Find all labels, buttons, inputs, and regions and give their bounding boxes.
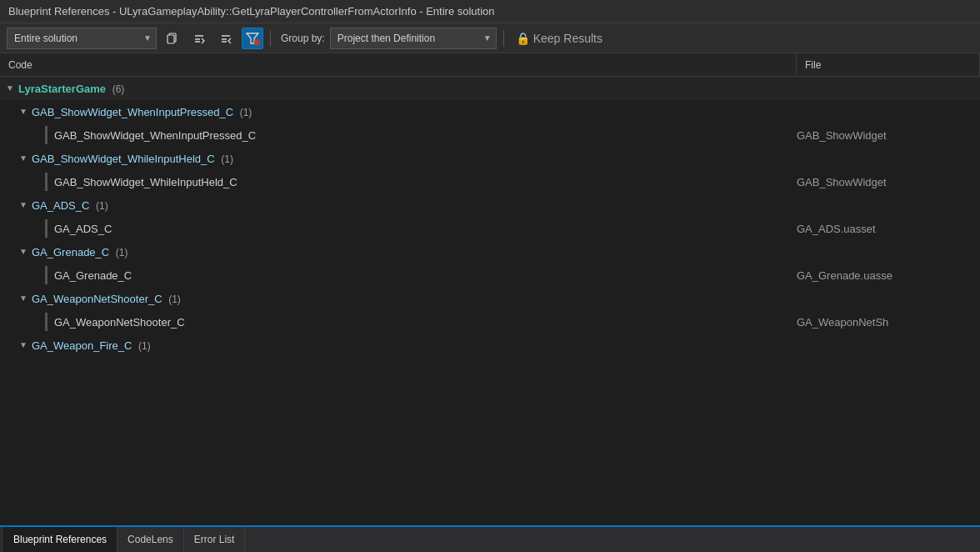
parent-row-ga-ads[interactable]: ▼ GA_ADS_C (1) — [0, 193, 980, 217]
child-row-ga-weaponnetshouter[interactable]: GA_WeaponNetShooter_C GA_WeaponNetSh — [0, 310, 980, 334]
child-name-ga-grenade: GA_Grenade_C — [54, 269, 797, 282]
group-by-dropdown[interactable]: Project then Definition Definition Proje… — [330, 28, 497, 49]
expand-triangle-gab-whileinputheld: ▼ — [17, 152, 30, 165]
parent-name-ga-ads: GA_ADS_C (1) — [32, 199, 797, 212]
child-row-gab-showwidget-wheninputpressed[interactable]: GAB_ShowWidget_WhenInputPressed_C GAB_Sh… — [0, 123, 980, 147]
parent-name-gab-wheninputpressed: GAB_ShowWidget_WhenInputPressed_C (1) — [32, 106, 797, 118]
col-header-file: File — [797, 53, 980, 76]
toolbar-separator — [270, 30, 271, 47]
parent-name-ga-weapon-fire: GA_Weapon_Fire_C (1) — [32, 339, 797, 352]
copy-icon — [167, 33, 178, 44]
svg-rect-1 — [168, 35, 174, 43]
parent-name-ga-grenade: GA_Grenade_C (1) — [32, 246, 797, 258]
parent-row-gab-showwidget-wheninputpressed[interactable]: ▼ GAB_ShowWidget_WhenInputPressed_C (1) — [0, 100, 980, 123]
child-file-ga-weaponnetshouter: GA_WeaponNetSh — [797, 316, 980, 329]
child-file-gab-whileinputheld: GAB_ShowWidget — [797, 176, 980, 188]
vertical-bar-3 — [45, 219, 48, 238]
parent-row-ga-weapon-fire[interactable]: ▼ GA_Weapon_Fire_C (1) — [0, 334, 980, 357]
group-dropdown-wrapper: Project then Definition Definition Proje… — [330, 28, 497, 49]
vertical-bar-2 — [45, 173, 48, 191]
parent-name-ga-weaponnetshouter: GA_WeaponNetShooter_C (1) — [32, 293, 797, 305]
scope-dropdown[interactable]: Entire solution Current Project Current … — [7, 28, 157, 49]
tab-blueprint-references[interactable]: Blueprint References — [3, 525, 118, 552]
filter-active-dot — [254, 39, 260, 45]
main-area: ▼ LyraStarterGame (6) ▼ GAB_ShowWidget_W… — [0, 77, 980, 519]
filter-icon — [246, 32, 259, 45]
bottom-tabs: Blueprint References CodeLens Error List — [0, 525, 980, 552]
expand-button[interactable] — [215, 28, 237, 49]
col-header-code: Code — [0, 53, 797, 76]
column-headers: Code File — [0, 53, 980, 77]
collapse-button[interactable] — [188, 28, 210, 49]
vertical-bar-5 — [45, 313, 48, 331]
child-file-ga-grenade: GA_Grenade.uasse — [797, 269, 980, 282]
group-row-lyrastartergame[interactable]: ▼ LyraStarterGame (6) — [0, 77, 980, 100]
toolbar-separator-2 — [503, 30, 504, 47]
copy-button[interactable] — [162, 28, 183, 49]
expand-icon — [220, 33, 232, 44]
tree-content[interactable]: ▼ LyraStarterGame (6) ▼ GAB_ShowWidget_W… — [0, 77, 980, 519]
child-file-ga-ads: GA_ADS.uasset — [797, 223, 980, 235]
expand-triangle-gab-wheninputpressed: ▼ — [17, 105, 30, 118]
child-name-gab-whileinputheld: GAB_ShowWidget_WhileInputHeld_C — [54, 176, 797, 188]
collapse-icon — [193, 33, 205, 44]
group-name-lyrastartergame: LyraStarterGame (6) — [18, 83, 797, 95]
vertical-bar-1 — [45, 126, 48, 144]
expand-triangle-lyrastartergame: ▼ — [3, 82, 17, 95]
keep-results-label: Keep Results — [533, 32, 602, 45]
child-row-gab-showwidget-whileinputheld[interactable]: GAB_ShowWidget_WhileInputHeld_C GAB_Show… — [0, 170, 980, 193]
title-text: Blueprint References - ULyraGameplayAbil… — [8, 5, 495, 18]
expand-triangle-ga-grenade: ▼ — [17, 245, 30, 258]
filter-button[interactable] — [242, 28, 263, 49]
child-row-ga-ads[interactable]: GA_ADS_C GA_ADS.uasset — [0, 217, 980, 240]
tab-error-list[interactable]: Error List — [184, 526, 246, 552]
keep-results-button[interactable]: 🔒 Keep Results — [511, 28, 608, 49]
group-by-label: Group by: — [281, 33, 325, 44]
child-row-ga-grenade[interactable]: GA_Grenade_C GA_Grenade.uasse — [0, 263, 980, 287]
expand-triangle-ga-weaponnetshouter: ▼ — [17, 292, 30, 305]
parent-row-ga-weaponnetshouter[interactable]: ▼ GA_WeaponNetShooter_C (1) — [0, 287, 980, 310]
child-name-ga-weaponnetshouter: GA_WeaponNetShooter_C — [54, 316, 797, 329]
expand-triangle-ga-weapon-fire: ▼ — [17, 339, 30, 352]
vertical-bar-4 — [45, 266, 48, 284]
child-name-gab-wheninputpressed: GAB_ShowWidget_WhenInputPressed_C — [54, 129, 797, 142]
parent-row-ga-grenade[interactable]: ▼ GA_Grenade_C (1) — [0, 240, 980, 263]
parent-name-gab-whileinputheld: GAB_ShowWidget_WhileInputHeld_C (1) — [32, 153, 797, 165]
expand-triangle-ga-ads: ▼ — [17, 198, 30, 212]
toolbar: Entire solution Current Project Current … — [0, 23, 980, 53]
scope-dropdown-wrapper: Entire solution Current Project Current … — [7, 28, 157, 49]
parent-row-gab-showwidget-whileinputheld[interactable]: ▼ GAB_ShowWidget_WhileInputHeld_C (1) — [0, 147, 980, 170]
title-bar: Blueprint References - ULyraGameplayAbil… — [0, 0, 980, 23]
tab-codelens[interactable]: CodeLens — [118, 526, 184, 552]
child-name-ga-ads: GA_ADS_C — [54, 223, 797, 235]
lock-icon: 🔒 — [516, 32, 530, 45]
child-file-gab-wheninputpressed: GAB_ShowWidget — [797, 129, 980, 142]
